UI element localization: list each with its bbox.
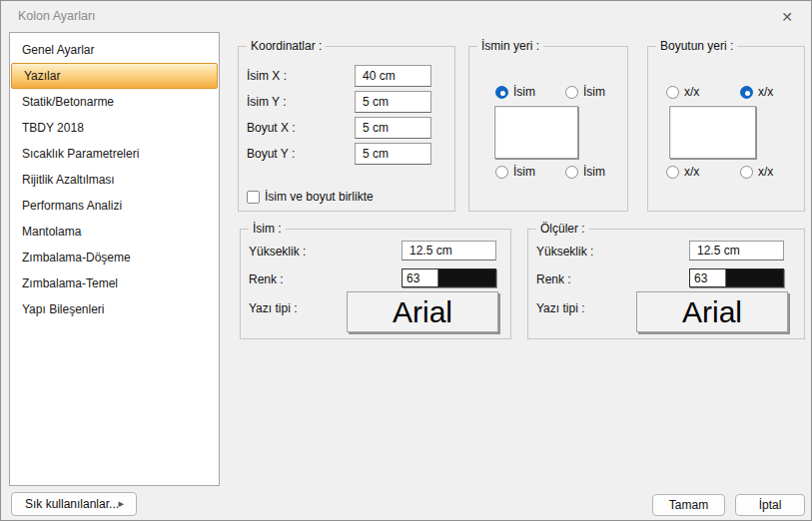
sidebar-item-zimbalama-temel[interactable]: Zımbalama-Temel [10,270,219,296]
close-icon[interactable]: ✕ [777,7,797,27]
koordinatlar-group-title: Koordinatlar : [247,39,326,53]
isim-radio-top-right[interactable] [565,86,578,99]
boyut-radio-top-left[interactable] [666,86,679,99]
isim-position-preview-rect [494,106,578,159]
sidebar-item-rijitlik-azaltilmasi[interactable]: Rijitlik Azaltılması [10,167,219,193]
isim-x-label: İsim X : [247,69,287,83]
isim-ve-boyut-birlikte-checkbox[interactable] [247,191,260,204]
isim-y-label: İsim Y : [247,95,287,109]
koordinatlar-group: Koordinatlar : İsim X : İsim Y : Boyut X… [238,46,455,212]
isim-radio-bottom-left[interactable] [495,166,508,179]
boyut-radio-bottom-left[interactable] [666,166,679,179]
isim-font-button[interactable]: Arial [347,291,498,332]
isim-radio-top-left[interactable] [495,86,508,99]
boyut-radio-bottom-left-label: x/x [684,165,699,179]
sidebar-item-tbdy-2018[interactable]: TBDY 2018 [10,115,219,141]
sidebar-item-sicaklik-parametreleri[interactable]: Sıcaklık Parametreleri [10,141,219,167]
boyutun-yeri-group: Boyutun yeri : x/x x/x x/x x/x [647,46,805,212]
isim-y-input[interactable] [355,91,431,113]
sidebar-item-mantolama[interactable]: Mantolama [10,219,219,245]
olculer-yukseklik-input[interactable] [689,241,784,260]
boyut-radio-top-right[interactable] [740,86,753,99]
boyut-radio-bottom-right[interactable] [740,166,753,179]
sidebar-item-statik-betonarme[interactable]: Statik/Betonarme [10,89,219,115]
ok-button[interactable]: Tamam [652,494,725,516]
boyut-radio-top-left-label: x/x [684,85,699,99]
olculer-renk-picker[interactable]: 63 [689,268,784,287]
olculer-renk-swatch [726,269,783,286]
isim-ve-boyut-birlikte-label: İsim ve boyut birlikte [265,190,374,204]
isim-radio-bottom-right[interactable] [565,166,578,179]
isim-renk-index: 63 [403,269,438,286]
ismin-yeri-group: İsmin yeri : İsim İsim İsim İsim [468,46,628,212]
isim-radio-top-right-label: İsim [583,85,605,99]
isim-yazi-tipi-label: Yazı tipi : [249,301,297,315]
cancel-button[interactable]: İptal [735,494,805,516]
boyut-radio-top-right-label: x/x [758,85,773,99]
isim-x-input[interactable] [355,65,431,87]
boyut-y-input[interactable] [355,143,431,165]
boyut-x-input[interactable] [355,117,431,139]
chevron-right-icon: ▸ [118,497,124,510]
boyut-y-label: Boyut Y : [247,147,295,161]
olculer-renk-label: Renk : [536,272,571,286]
olculer-yazi-tipi-label: Yazı tipi : [536,301,584,315]
isim-text-group-title: İsim : [249,222,286,236]
boyut-x-label: Boyut X : [247,121,296,135]
isim-text-group: İsim : Yükseklik : Renk : 63 Yazı tipi :… [240,229,511,339]
isim-renk-picker[interactable]: 63 [402,268,496,287]
isim-yukseklik-label: Yükseklik : [249,245,306,259]
isim-radio-bottom-left-label: İsim [513,165,535,179]
isim-radio-top-left-label: İsim [513,85,535,99]
olculer-group: Ölçüler : Yükseklik : Renk : 63 Yazı tip… [527,229,805,339]
boyut-position-preview-rect [669,106,756,159]
ismin-yeri-group-title: İsmin yeri : [477,39,543,53]
sidebar-item-zimbalama-doseme[interactable]: Zımbalama-Döşeme [10,245,219,270]
favorites-button-label: Sık kullanılanlar... [25,497,119,511]
kolon-ayarlari-dialog: Kolon Ayarları ✕ Genel Ayarlar Yazılar S… [0,0,812,521]
sidebar-item-genel-ayarlar[interactable]: Genel Ayarlar [10,37,219,63]
olculer-group-title: Ölçüler : [536,222,589,236]
titlebar: Kolon Ayarları ✕ [1,1,811,32]
isim-renk-label: Renk : [249,272,284,286]
isim-radio-bottom-right-label: İsim [583,165,605,179]
favorites-button[interactable]: Sık kullanılanlar... ▸ [11,492,137,516]
settings-category-list: Genel Ayarlar Yazılar Statik/Betonarme T… [9,32,220,486]
olculer-renk-index: 63 [690,269,726,286]
isim-yukseklik-input[interactable] [402,241,496,260]
boyutun-yeri-group-title: Boyutun yeri : [656,39,737,53]
sidebar-item-performans-analizi[interactable]: Performans Analizi [10,193,219,219]
window-title: Kolon Ayarları [18,9,96,23]
sidebar-item-yazilar[interactable]: Yazılar [11,63,218,89]
olculer-yukseklik-label: Yükseklik : [536,245,593,259]
isim-renk-swatch [438,269,495,286]
sidebar-item-yapi-bilesenleri[interactable]: Yapı Bileşenleri [10,296,219,322]
olculer-font-button[interactable]: Arial [636,291,788,332]
boyut-radio-bottom-right-label: x/x [758,165,773,179]
